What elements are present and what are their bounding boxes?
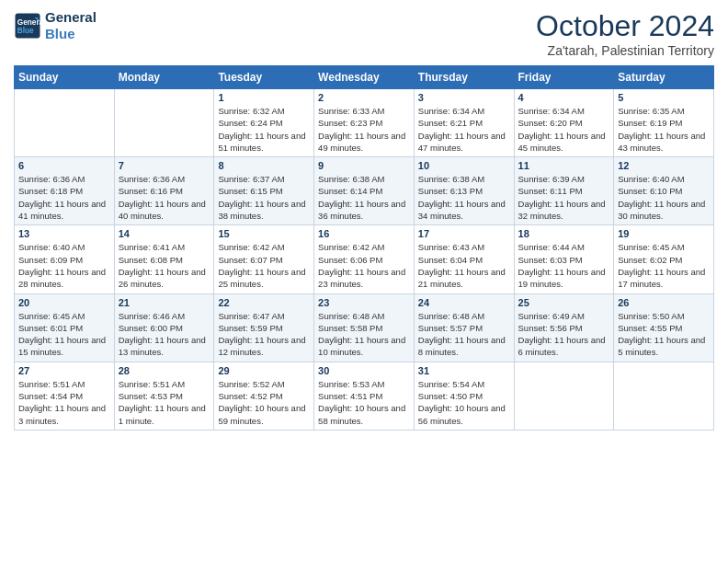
day-number: 24 xyxy=(418,297,510,308)
day-number: 4 xyxy=(518,92,610,103)
calendar-week-4: 20Sunrise: 6:45 AM Sunset: 6:01 PM Dayli… xyxy=(15,293,714,362)
day-info: Sunrise: 6:35 AM Sunset: 6:19 PM Dayligh… xyxy=(618,105,710,154)
page: General Blue General Blue October 2024 Z… xyxy=(0,0,728,563)
weekday-header-monday: Monday xyxy=(114,66,214,89)
month-title: October 2024 xyxy=(536,9,714,43)
day-number: 19 xyxy=(618,228,710,239)
day-number: 23 xyxy=(318,297,410,308)
day-info: Sunrise: 6:34 AM Sunset: 6:20 PM Dayligh… xyxy=(518,105,610,154)
calendar-cell: 20Sunrise: 6:45 AM Sunset: 6:01 PM Dayli… xyxy=(15,293,115,362)
day-number: 17 xyxy=(418,228,510,239)
weekday-header-thursday: Thursday xyxy=(414,66,514,89)
calendar-cell: 12Sunrise: 6:40 AM Sunset: 6:10 PM Dayli… xyxy=(614,157,714,225)
calendar-cell: 23Sunrise: 6:48 AM Sunset: 5:58 PM Dayli… xyxy=(314,293,415,362)
day-number: 21 xyxy=(119,297,210,308)
calendar-cell: 31Sunrise: 5:54 AM Sunset: 4:50 PM Dayli… xyxy=(414,362,514,430)
calendar-cell: 14Sunrise: 6:41 AM Sunset: 6:08 PM Dayli… xyxy=(114,225,214,293)
day-number: 8 xyxy=(218,160,310,171)
calendar-cell xyxy=(15,89,115,157)
weekday-header-saturday: Saturday xyxy=(614,66,714,89)
day-number: 18 xyxy=(518,228,610,239)
day-number: 28 xyxy=(119,365,210,376)
calendar-cell xyxy=(514,362,614,430)
day-info: Sunrise: 6:38 AM Sunset: 6:13 PM Dayligh… xyxy=(418,173,510,222)
day-number: 22 xyxy=(218,297,310,308)
day-info: Sunrise: 6:42 AM Sunset: 6:06 PM Dayligh… xyxy=(318,241,410,290)
calendar-cell: 1Sunrise: 6:32 AM Sunset: 6:24 PM Daylig… xyxy=(214,89,314,157)
calendar-cell: 25Sunrise: 6:49 AM Sunset: 5:56 PM Dayli… xyxy=(514,293,614,362)
title-block: October 2024 Za'tarah, Palestinian Terri… xyxy=(536,9,714,58)
day-info: Sunrise: 6:39 AM Sunset: 6:11 PM Dayligh… xyxy=(518,173,610,222)
logo-icon: General Blue xyxy=(14,12,41,40)
calendar-table: SundayMondayTuesdayWednesdayThursdayFrid… xyxy=(14,65,714,431)
header: General Blue General Blue October 2024 Z… xyxy=(14,9,714,58)
weekday-header-wednesday: Wednesday xyxy=(314,66,415,89)
day-number: 7 xyxy=(119,160,210,171)
day-info: Sunrise: 6:45 AM Sunset: 6:02 PM Dayligh… xyxy=(618,241,710,290)
day-number: 12 xyxy=(618,160,710,171)
day-number: 11 xyxy=(518,160,610,171)
calendar-cell: 4Sunrise: 6:34 AM Sunset: 6:20 PM Daylig… xyxy=(514,89,614,157)
calendar-cell: 9Sunrise: 6:38 AM Sunset: 6:14 PM Daylig… xyxy=(314,157,415,225)
day-number: 30 xyxy=(318,365,410,376)
calendar-cell: 3Sunrise: 6:34 AM Sunset: 6:21 PM Daylig… xyxy=(414,89,514,157)
calendar-cell: 7Sunrise: 6:36 AM Sunset: 6:16 PM Daylig… xyxy=(114,157,214,225)
day-info: Sunrise: 6:36 AM Sunset: 6:16 PM Dayligh… xyxy=(119,173,210,222)
calendar-cell: 15Sunrise: 6:42 AM Sunset: 6:07 PM Dayli… xyxy=(214,225,314,293)
calendar-cell: 13Sunrise: 6:40 AM Sunset: 6:09 PM Dayli… xyxy=(15,225,115,293)
day-number: 1 xyxy=(218,92,310,103)
calendar-week-5: 27Sunrise: 5:51 AM Sunset: 4:54 PM Dayli… xyxy=(15,362,714,430)
svg-text:Blue: Blue xyxy=(17,27,34,35)
calendar-cell: 10Sunrise: 6:38 AM Sunset: 6:13 PM Dayli… xyxy=(414,157,514,225)
calendar-cell: 29Sunrise: 5:52 AM Sunset: 4:52 PM Dayli… xyxy=(214,362,314,430)
day-number: 6 xyxy=(18,160,110,171)
calendar-cell: 16Sunrise: 6:42 AM Sunset: 6:06 PM Dayli… xyxy=(314,225,415,293)
weekday-header-tuesday: Tuesday xyxy=(214,66,314,89)
day-info: Sunrise: 6:40 AM Sunset: 6:10 PM Dayligh… xyxy=(618,173,710,222)
day-info: Sunrise: 5:51 AM Sunset: 4:54 PM Dayligh… xyxy=(18,378,110,427)
day-info: Sunrise: 6:44 AM Sunset: 6:03 PM Dayligh… xyxy=(518,241,610,290)
day-info: Sunrise: 6:48 AM Sunset: 5:57 PM Dayligh… xyxy=(418,310,510,359)
day-number: 27 xyxy=(18,365,110,376)
day-info: Sunrise: 5:54 AM Sunset: 4:50 PM Dayligh… xyxy=(418,378,510,427)
day-info: Sunrise: 6:36 AM Sunset: 6:18 PM Dayligh… xyxy=(18,173,110,222)
calendar-cell: 28Sunrise: 5:51 AM Sunset: 4:53 PM Dayli… xyxy=(114,362,214,430)
day-info: Sunrise: 6:41 AM Sunset: 6:08 PM Dayligh… xyxy=(119,241,210,290)
day-info: Sunrise: 5:50 AM Sunset: 4:55 PM Dayligh… xyxy=(618,310,710,359)
calendar-cell: 5Sunrise: 6:35 AM Sunset: 6:19 PM Daylig… xyxy=(614,89,714,157)
day-number: 15 xyxy=(218,228,310,239)
day-number: 14 xyxy=(119,228,210,239)
day-info: Sunrise: 5:53 AM Sunset: 4:51 PM Dayligh… xyxy=(318,378,410,427)
logo-blue: Blue xyxy=(45,26,97,42)
day-info: Sunrise: 5:52 AM Sunset: 4:52 PM Dayligh… xyxy=(218,378,310,427)
weekday-header-sunday: Sunday xyxy=(15,66,115,89)
calendar-cell: 21Sunrise: 6:46 AM Sunset: 6:00 PM Dayli… xyxy=(114,293,214,362)
weekday-header-row: SundayMondayTuesdayWednesdayThursdayFrid… xyxy=(15,66,714,89)
calendar-cell xyxy=(614,362,714,430)
day-number: 31 xyxy=(418,365,510,376)
day-number: 5 xyxy=(618,92,710,103)
calendar-week-3: 13Sunrise: 6:40 AM Sunset: 6:09 PM Dayli… xyxy=(15,225,714,293)
calendar-cell: 18Sunrise: 6:44 AM Sunset: 6:03 PM Dayli… xyxy=(514,225,614,293)
calendar-cell: 8Sunrise: 6:37 AM Sunset: 6:15 PM Daylig… xyxy=(214,157,314,225)
calendar-cell: 30Sunrise: 5:53 AM Sunset: 4:51 PM Dayli… xyxy=(314,362,415,430)
day-info: Sunrise: 6:37 AM Sunset: 6:15 PM Dayligh… xyxy=(218,173,310,222)
day-info: Sunrise: 6:34 AM Sunset: 6:21 PM Dayligh… xyxy=(418,105,510,154)
day-info: Sunrise: 5:51 AM Sunset: 4:53 PM Dayligh… xyxy=(119,378,210,427)
day-info: Sunrise: 6:47 AM Sunset: 5:59 PM Dayligh… xyxy=(218,310,310,359)
day-info: Sunrise: 6:33 AM Sunset: 6:23 PM Dayligh… xyxy=(318,105,410,154)
calendar-week-1: 1Sunrise: 6:32 AM Sunset: 6:24 PM Daylig… xyxy=(15,89,714,157)
day-info: Sunrise: 6:45 AM Sunset: 6:01 PM Dayligh… xyxy=(18,310,110,359)
day-number: 29 xyxy=(218,365,310,376)
day-info: Sunrise: 6:48 AM Sunset: 5:58 PM Dayligh… xyxy=(318,310,410,359)
calendar-body: 1Sunrise: 6:32 AM Sunset: 6:24 PM Daylig… xyxy=(15,89,714,431)
day-number: 2 xyxy=(318,92,410,103)
day-number: 13 xyxy=(18,228,110,239)
logo: General Blue General Blue xyxy=(14,9,97,42)
day-info: Sunrise: 6:40 AM Sunset: 6:09 PM Dayligh… xyxy=(18,241,110,290)
day-info: Sunrise: 6:32 AM Sunset: 6:24 PM Dayligh… xyxy=(218,105,310,154)
calendar-cell: 24Sunrise: 6:48 AM Sunset: 5:57 PM Dayli… xyxy=(414,293,514,362)
day-number: 20 xyxy=(18,297,110,308)
location-title: Za'tarah, Palestinian Territory xyxy=(536,43,714,58)
calendar-cell: 26Sunrise: 5:50 AM Sunset: 4:55 PM Dayli… xyxy=(614,293,714,362)
